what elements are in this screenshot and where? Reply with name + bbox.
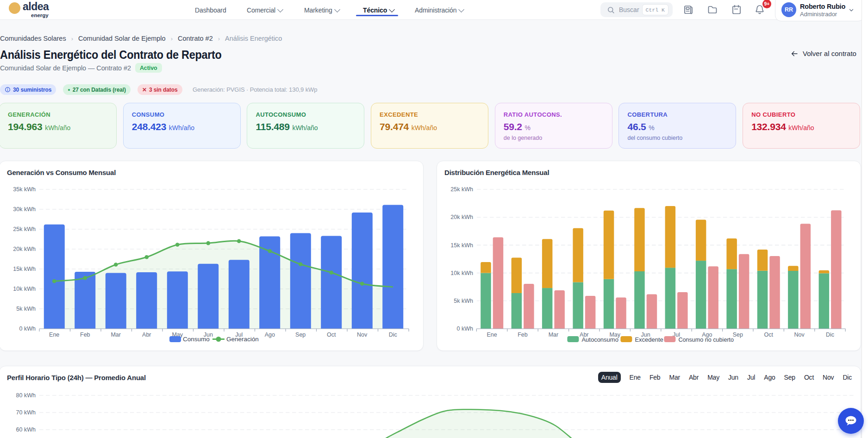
svg-text:10k kWh: 10k kWh (450, 270, 473, 276)
svg-text:70 kWh: 70 kWh (16, 409, 36, 416)
svg-text:25k kWh: 25k kWh (13, 226, 36, 232)
svg-text:Mar: Mar (111, 332, 121, 338)
svg-text:25k kWh: 25k kWh (450, 186, 473, 193)
svg-text:Mar: Mar (549, 332, 559, 338)
svg-text:Feb: Feb (80, 332, 90, 338)
svg-text:15k kWh: 15k kWh (450, 242, 473, 249)
svg-text:Ago: Ago (265, 332, 275, 338)
svg-text:5k kWh: 5k kWh (16, 306, 36, 312)
svg-text:Generación: Generación (226, 336, 259, 343)
svg-text:Excedente: Excedente (635, 336, 663, 343)
svg-text:Dic: Dic (389, 332, 397, 338)
svg-text:30k kWh: 30k kWh (13, 206, 36, 213)
svg-text:80 kWh: 80 kWh (16, 392, 36, 399)
svg-text:Autoconsumo: Autoconsumo (581, 336, 618, 343)
svg-text:Dic: Dic (826, 332, 834, 338)
svg-text:Oct: Oct (327, 332, 336, 338)
svg-text:20k kWh: 20k kWh (450, 214, 473, 220)
svg-text:60 kWh: 60 kWh (16, 426, 36, 433)
svg-text:Nov: Nov (357, 332, 368, 338)
svg-text:Oct: Oct (764, 332, 773, 338)
svg-text:Consumo no cubierto: Consumo no cubierto (678, 337, 734, 343)
svg-text:Ene: Ene (49, 332, 59, 338)
svg-text:15k kWh: 15k kWh (13, 266, 36, 272)
svg-text:35k kWh: 35k kWh (13, 186, 36, 193)
svg-text:Consumo: Consumo (183, 336, 210, 343)
svg-text:5k kWh: 5k kWh (454, 298, 473, 304)
svg-text:Sep: Sep (295, 332, 306, 338)
svg-text:10k kWh: 10k kWh (13, 286, 36, 292)
svg-text:Nov: Nov (794, 332, 805, 338)
svg-text:0 kWh: 0 kWh (457, 325, 473, 332)
svg-text:20k kWh: 20k kWh (13, 246, 36, 252)
svg-text:Ene: Ene (487, 332, 497, 338)
svg-text:Feb: Feb (518, 332, 528, 338)
svg-text:Abr: Abr (142, 332, 151, 338)
svg-text:Sep: Sep (733, 332, 743, 338)
svg-text:0 kWh: 0 kWh (19, 325, 36, 332)
